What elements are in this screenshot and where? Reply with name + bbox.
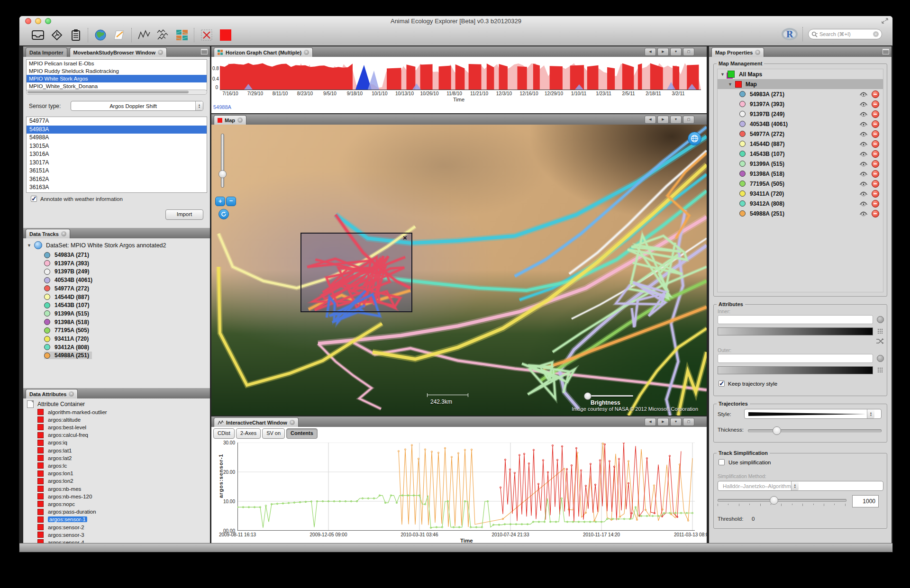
annotate-note-icon[interactable] <box>111 27 127 43</box>
import-button[interactable]: Import <box>165 209 203 220</box>
attribute-item[interactable]: argos:lc <box>37 462 67 469</box>
visibility-eye-icon[interactable] <box>859 161 868 167</box>
multi-chart-icon[interactable] <box>155 27 171 43</box>
track-item[interactable]: 14543B (107) <box>44 301 89 309</box>
sensor-item[interactable]: 13016A <box>27 150 207 159</box>
track-item[interactable]: 91397A (393) <box>44 260 89 267</box>
attribute-item[interactable]: argos:lat2 <box>37 454 72 461</box>
brightness-slider-thumb[interactable] <box>584 392 592 400</box>
remove-track-icon[interactable] <box>872 150 879 158</box>
tab-map-properties[interactable]: Map Properties× <box>711 47 764 57</box>
map-track-row[interactable]: 93411A (720) <box>718 189 883 199</box>
selection-close-icon[interactable]: × <box>403 235 407 241</box>
track-item[interactable]: 93412A (808) <box>44 344 89 351</box>
color-swatch-icon[interactable] <box>218 27 234 43</box>
nav-back-button[interactable]: ◀ <box>645 116 656 124</box>
sensor-item[interactable]: 54977A <box>27 117 207 126</box>
inner-clear-button[interactable] <box>877 316 884 323</box>
remove-track-icon[interactable] <box>872 210 879 217</box>
sensor-type-dropdown[interactable]: Argos Doppler Shift ▲▼ <box>71 101 203 111</box>
nav-menu-button[interactable]: ▼ <box>670 116 682 124</box>
map-zoom-slider-thumb[interactable] <box>218 170 227 178</box>
nav-forward-button[interactable]: ▶ <box>657 116 669 124</box>
remove-track-icon[interactable] <box>872 120 879 128</box>
study-item[interactable]: MPIO_White_Stork_Donana <box>27 82 207 90</box>
stepper-icon[interactable]: ▲▼ <box>195 101 203 110</box>
visibility-eye-icon[interactable] <box>859 141 868 147</box>
restore-panel-icon[interactable] <box>883 49 889 54</box>
brightness-slider[interactable] <box>586 395 633 397</box>
thickness-slider[interactable] <box>748 429 882 432</box>
track-item[interactable]: 40534B (4061) <box>44 276 92 284</box>
disclosure-triangle-icon[interactable]: ▼ <box>728 82 732 87</box>
nav-forward-button[interactable]: ▶ <box>657 418 669 426</box>
dataset-row[interactable]: ▼ DataSet: MPIO White Stork Argos annota… <box>27 241 166 249</box>
all-maps-row[interactable]: ▼ All Maps <box>718 69 883 79</box>
attribute-item[interactable]: argos:nb-mes <box>37 485 81 492</box>
horizon-body[interactable]: 0.80.40 7/16/107/29/108/11/108/23/109/5/… <box>211 57 707 113</box>
close-icon[interactable]: × <box>69 391 74 397</box>
restore-panel-icon[interactable] <box>201 49 208 54</box>
study-item[interactable]: MPIO Ruddy Shelduck Radiotracking <box>27 67 207 75</box>
track-item[interactable]: 54983A (271) <box>44 251 89 259</box>
visibility-eye-icon[interactable] <box>859 91 868 97</box>
attribute-item[interactable]: argos:altitude <box>37 416 81 423</box>
annotate-weather-checkbox[interactable] <box>31 196 37 202</box>
zoom-out-button[interactable]: − <box>226 197 236 206</box>
nav-menu-button[interactable]: ▼ <box>670 418 682 426</box>
tab-data-tracks[interactable]: Data Tracks× <box>26 229 70 238</box>
outer-gradient-bar[interactable] <box>718 366 873 374</box>
route-icon[interactable] <box>49 27 65 43</box>
attribute-item[interactable]: argos:nopc <box>37 500 75 507</box>
study-list-hscrollbar[interactable] <box>26 90 207 95</box>
ichart-button-contents[interactable]: Contents <box>286 428 318 439</box>
use-simplification-checkbox[interactable] <box>719 459 725 465</box>
nav-back-button[interactable]: ◀ <box>645 418 656 426</box>
study-item[interactable]: MPIO White Stork Argos <box>27 75 207 82</box>
shuffle-icon[interactable] <box>876 338 884 344</box>
delete-selection-icon[interactable] <box>199 27 215 43</box>
attribute-container-row[interactable]: Attribute Container <box>27 400 85 408</box>
map-track-row[interactable]: 91398A (518) <box>718 169 883 179</box>
visibility-eye-icon[interactable] <box>859 151 868 157</box>
import-tray-icon[interactable] <box>30 27 46 43</box>
globe-icon[interactable] <box>92 27 109 43</box>
maximize-panel-button[interactable]: ▢ <box>683 48 694 56</box>
attribute-item[interactable]: argos:lat1 <box>37 447 72 454</box>
map-track-row[interactable]: 93412A (808) <box>718 199 883 208</box>
visibility-eye-icon[interactable] <box>859 171 868 177</box>
nav-forward-button[interactable]: ▶ <box>657 48 669 56</box>
attribute-item[interactable]: algorithm-marked-outlier <box>37 408 107 416</box>
disclosure-triangle-icon[interactable]: ▼ <box>27 243 31 248</box>
map-zoom-slider[interactable] <box>221 134 224 188</box>
sensor-list[interactable]: 54977A54983A54988A13015A13016A13017A3615… <box>26 117 207 193</box>
map-track-row[interactable]: 40534B (4061) <box>718 119 883 129</box>
ichart-button-2-axes[interactable]: 2-Axes <box>236 428 261 439</box>
remove-track-icon[interactable] <box>872 190 879 198</box>
map-refresh-button[interactable] <box>218 209 229 219</box>
map-track-row[interactable]: 14543B (107) <box>718 149 883 159</box>
close-icon[interactable]: × <box>304 50 309 55</box>
close-icon[interactable]: × <box>755 50 760 55</box>
close-icon[interactable]: × <box>237 118 243 123</box>
attribute-item[interactable]: argos:sensor-2 <box>37 524 84 531</box>
remove-track-icon[interactable] <box>872 100 879 108</box>
attribute-item[interactable]: argos:lon2 <box>37 478 73 485</box>
track-item[interactable]: 14544D (887) <box>44 293 89 301</box>
visibility-eye-icon[interactable] <box>859 191 868 197</box>
sensor-item[interactable]: 13015A <box>27 142 207 151</box>
remove-track-icon[interactable] <box>872 170 879 178</box>
track-item[interactable]: 54977A (272) <box>44 285 89 292</box>
tab-horizon-graph[interactable]: Horizon Graph Chart (Multiple)× <box>214 47 313 57</box>
track-item[interactable]: 93411A (720) <box>44 335 89 343</box>
clipboard-icon[interactable] <box>68 27 84 43</box>
sensor-item[interactable]: 54983A <box>27 126 207 134</box>
sensor-item[interactable]: 36162A <box>27 175 207 184</box>
stepper-icon[interactable]: ▲▼ <box>791 481 799 490</box>
outer-attribute-field[interactable] <box>718 354 873 363</box>
visibility-eye-icon[interactable] <box>859 181 868 187</box>
attribute-item[interactable]: argos:nb-mes-120 <box>37 493 92 500</box>
attribute-item[interactable]: argos:sensor-1 <box>37 516 87 523</box>
nav-back-button[interactable]: ◀ <box>645 48 656 56</box>
horizon-footer-label[interactable]: 54988A <box>213 104 231 110</box>
